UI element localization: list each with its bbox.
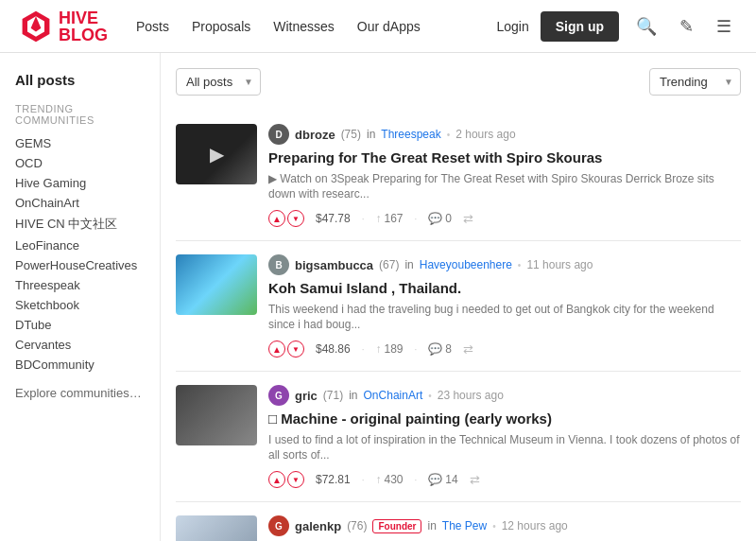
sidebar-item-onchainart[interactable]: OnChainArt [15,193,145,213]
post-author-1[interactable]: bigsambucca [295,258,373,272]
post-title-0[interactable]: Preparing for The Great Reset with Spiro… [268,148,741,167]
sidebar: All posts Trending Communities GEMS OCD … [0,53,161,541]
post-avatar-1[interactable]: B [268,254,289,275]
votes-count-1: 189 [384,342,403,356]
reblog-icon-0[interactable]: ⇄ [463,212,473,226]
sidebar-item-powerhouse[interactable]: PowerHouseCreatives [15,255,145,275]
post-author-3[interactable]: galenkp [295,519,341,533]
post-payout-1: $48.86 [316,342,351,356]
sort-filter-select[interactable]: Trending Hot New Promoted [649,68,741,96]
post-payout-0: $47.78 [316,212,351,225]
sidebar-title: All posts [15,72,145,88]
header-actions: Login Sign up 🔍 ✎ ☰ [496,11,737,42]
main-nav: Posts Proposals Witnesses Our dApps [136,19,496,34]
votes-stat-0: ↑ 167 [375,212,403,225]
post-community-0[interactable]: Threespeak [381,128,440,141]
upvote-btn-0[interactable]: ▲ [268,210,285,227]
post-time-1: 11 hours ago [526,258,593,271]
sidebar-item-gems[interactable]: GEMS [15,133,145,153]
downvote-btn-0[interactable]: ▼ [287,210,304,227]
post-meta-3: Ggalenkp(76)FounderinThe Pew•12 hours ag… [268,515,741,536]
sidebar-item-threespeak[interactable]: Threespeak [15,275,145,295]
post-content-1: Bbigsambucca(67)inHaveyoubeenhere•11 hou… [268,254,741,358]
vote-buttons-2: ▲ ▼ [268,471,304,488]
post-excerpt-1: This weekend i had the traveling bug i n… [268,302,741,334]
post-payout-2: $72.81 [316,473,351,486]
nav-proposals[interactable]: Proposals [192,19,250,34]
post-time-3: 12 hours ago [502,519,568,532]
page-layout: All posts Trending Communities GEMS OCD … [0,53,756,541]
downvote-btn-1[interactable]: ▼ [287,340,304,358]
reblog-icon-2[interactable]: ⇄ [470,473,480,487]
comment-icon-1: 💬 [428,342,442,356]
post-time-2: 23 hours ago [438,389,504,402]
post-rep-0: (75) [341,128,361,141]
post-title-1[interactable]: Koh Samui Island , Thailand. [268,279,741,298]
vote-buttons-1: ▲ ▼ [268,340,304,358]
post-card-1: Bbigsambucca(67)inHaveyoubeenhere•11 hou… [176,241,741,372]
post-actions-0: ▲ ▼ $47.78 · ↑ 167 · 💬 0 ⇄ [268,210,741,227]
post-community-2[interactable]: OnChainArt [364,389,423,402]
post-rep-3: (76) [347,519,367,532]
post-thumbnail-0[interactable] [176,124,257,184]
upvote-btn-2[interactable]: ▲ [268,471,285,488]
logo[interactable]: HIVE BLOG [19,9,108,44]
post-thumbnail-1[interactable] [176,254,257,315]
sort-filter-wrapper: Trending Hot New Promoted ▼ [649,68,741,96]
comments-count-0: 0 [445,212,452,225]
sidebar-item-leofinance[interactable]: LeoFinance [15,236,145,255]
post-card-3: Ggalenkp(76)FounderinThe Pew•12 hours ag… [176,502,741,541]
signup-button[interactable]: Sign up [541,11,619,42]
comments-stat-0[interactable]: 💬 0 [428,212,452,225]
post-card-0: Ddbroze(75)inThreespeak•2 hours agoPrepa… [176,111,741,241]
post-community-3[interactable]: The Pew [442,519,487,532]
post-author-2[interactable]: gric [295,389,318,403]
sidebar-item-cervantes[interactable]: Cervantes [15,335,145,355]
posts-filter-select[interactable]: All posts My feed Hot New [176,68,261,96]
post-avatar-3[interactable]: G [268,515,289,536]
post-rep-1: (67) [379,258,399,271]
sidebar-item-ocd[interactable]: OCD [15,153,145,173]
posts-list: Ddbroze(75)inThreespeak•2 hours agoPrepa… [176,111,741,541]
logo-blog-text: BLOG [59,26,108,44]
post-thumbnail-2[interactable] [176,385,257,445]
posts-filter-wrapper: All posts My feed Hot New ▼ [176,68,261,96]
post-actions-1: ▲ ▼ $48.86 · ↑ 189 · 💬 8 ⇄ [268,340,741,358]
sidebar-item-hive-cn[interactable]: HIVE CN 中文社区 [15,213,145,236]
login-button[interactable]: Login [496,19,528,34]
post-card-2: Ggric(71)inOnChainArt•23 hours ago□ Mach… [176,372,741,502]
comments-stat-1[interactable]: 💬 8 [428,342,452,356]
comments-stat-2[interactable]: 💬 14 [428,473,457,486]
search-icon[interactable]: 🔍 [630,12,662,41]
edit-icon[interactable]: ✎ [674,12,699,41]
nav-dapps[interactable]: Our dApps [357,19,421,34]
reblog-icon-1[interactable]: ⇄ [463,342,473,357]
post-title-2[interactable]: □ Machine - original painting (early wor… [268,410,741,428]
post-meta-1: Bbigsambucca(67)inHaveyoubeenhere•11 hou… [268,254,741,275]
post-actions-2: ▲ ▼ $72.81 · ↑ 430 · 💬 14 ⇄ [268,471,741,488]
upvote-btn-1[interactable]: ▲ [268,340,285,358]
menu-icon[interactable]: ☰ [711,12,737,41]
post-avatar-0[interactable]: D [268,124,289,145]
downvote-btn-2[interactable]: ▼ [287,471,304,488]
post-in-3: in [427,519,436,532]
nav-witnesses[interactable]: Witnesses [273,19,335,34]
post-time-0: 2 hours ago [455,128,515,141]
sidebar-item-sketchbook[interactable]: Sketchbook [15,295,145,315]
trending-communities-label: Trending Communities [15,103,145,126]
sidebar-item-bdcommunity[interactable]: BDCommunity [15,355,145,375]
nav-posts[interactable]: Posts [136,19,169,34]
votes-stat-1: ↑ 189 [375,342,403,356]
post-author-0[interactable]: dbroze [295,128,335,142]
post-thumbnail-3[interactable] [176,515,257,541]
arrow-icon-2: ↑ [375,473,381,486]
post-avatar-2[interactable]: G [268,385,289,406]
logo-hive-text: HIVE [59,9,108,26]
sidebar-item-hive-gaming[interactable]: Hive Gaming [15,173,145,193]
post-meta-2: Ggric(71)inOnChainArt•23 hours ago [268,385,741,406]
post-community-1[interactable]: Haveyoubeenhere [420,258,512,271]
post-in-1: in [404,258,413,271]
explore-communities-link[interactable]: Explore communities… [15,386,145,400]
sidebar-item-dtube[interactable]: DTube [15,315,145,335]
arrow-icon-0: ↑ [375,212,381,225]
